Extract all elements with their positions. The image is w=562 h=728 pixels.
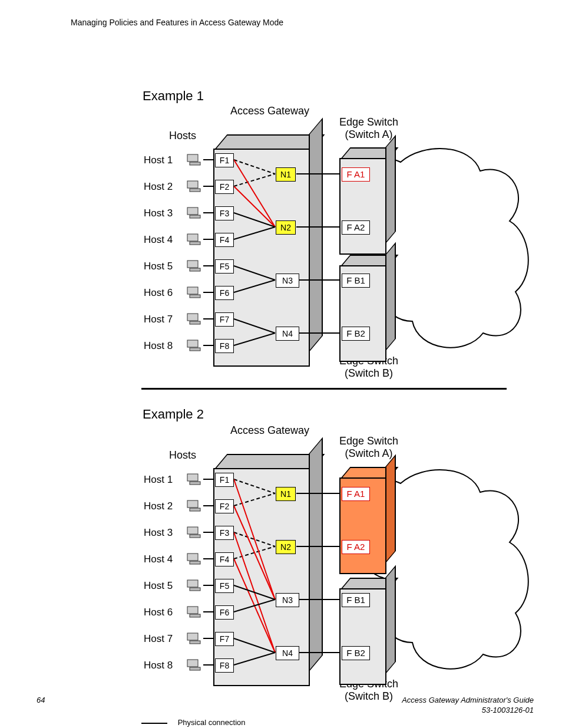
ex2-computer-icon-5 [186, 579, 201, 592]
ex2-computer-icon-8 [186, 658, 201, 671]
ex2-computer-icon-7 [186, 632, 201, 645]
ex2-host-label-4: Host 4 [144, 554, 173, 565]
svg-rect-76 [187, 660, 198, 667]
svg-line-39 [234, 493, 275, 506]
svg-rect-62 [187, 474, 198, 481]
ex2-lines [0, 0, 562, 728]
ex2-host-label-6: Host 6 [144, 607, 173, 618]
svg-line-46 [234, 585, 275, 599]
svg-rect-72 [187, 607, 198, 614]
ex2-nport-4: N4 [276, 646, 299, 660]
svg-rect-74 [187, 633, 198, 640]
ex2-fport-8: F8 [215, 658, 234, 673]
svg-line-42 [234, 479, 275, 599]
legend-line-icon [141, 723, 167, 724]
ex2-fport-3: F3 [215, 526, 234, 540]
svg-rect-63 [190, 482, 200, 485]
legend-physical: Physical connection [141, 718, 246, 727]
svg-rect-65 [190, 508, 200, 511]
ex2-computer-icon-2 [186, 499, 201, 512]
ex2-computer-icon-3 [186, 526, 201, 539]
ex2-host-label-1: Host 1 [144, 474, 173, 486]
ex2-fport-1: F1 [215, 473, 234, 487]
ex2-host-label-3: Host 3 [144, 527, 173, 539]
ex2-fport-4: F4 [215, 552, 234, 566]
ex2-edge-b-port-1: F B1 [342, 593, 370, 607]
page: Managing Policies and Features in Access… [0, 0, 562, 728]
ex2-nport-3: N3 [276, 593, 299, 607]
svg-line-47 [234, 599, 275, 612]
ex2-nport-2: N2 [276, 540, 296, 554]
svg-rect-69 [190, 561, 200, 564]
ex2-computer-icon-1 [186, 473, 201, 486]
svg-rect-64 [187, 500, 198, 508]
ex2-fport-6: F6 [215, 605, 234, 620]
svg-rect-75 [190, 641, 200, 644]
ex2-host-label-7: Host 7 [144, 633, 173, 645]
ex2-edge-b-port-2: F B2 [342, 646, 370, 660]
svg-rect-68 [187, 554, 198, 561]
ex2-computer-icon-4 [186, 552, 201, 565]
svg-rect-77 [190, 667, 200, 670]
legend-label: Physical connection [178, 718, 246, 727]
ex2-fport-2: F2 [215, 499, 234, 513]
svg-rect-73 [190, 614, 200, 617]
ex2-edge-a-port-2: F A2 [342, 540, 370, 554]
svg-line-48 [234, 638, 275, 653]
svg-rect-70 [187, 580, 198, 587]
ex2-fport-7: F7 [215, 632, 234, 646]
svg-line-38 [234, 479, 275, 493]
svg-rect-71 [190, 588, 200, 591]
svg-line-43 [234, 506, 275, 599]
ex2-host-label-2: Host 2 [144, 500, 173, 512]
ex2-edge-a-port-1: F A1 [342, 487, 370, 501]
ex2-host-label-8: Host 8 [144, 660, 173, 671]
ex2-nport-1: N1 [276, 487, 296, 501]
ex2-fport-5: F5 [215, 579, 234, 593]
svg-line-49 [234, 653, 275, 665]
ex2-host-label-5: Host 5 [144, 580, 173, 592]
ex2-computer-icon-6 [186, 605, 201, 618]
svg-rect-67 [190, 535, 200, 538]
svg-rect-66 [187, 527, 198, 534]
